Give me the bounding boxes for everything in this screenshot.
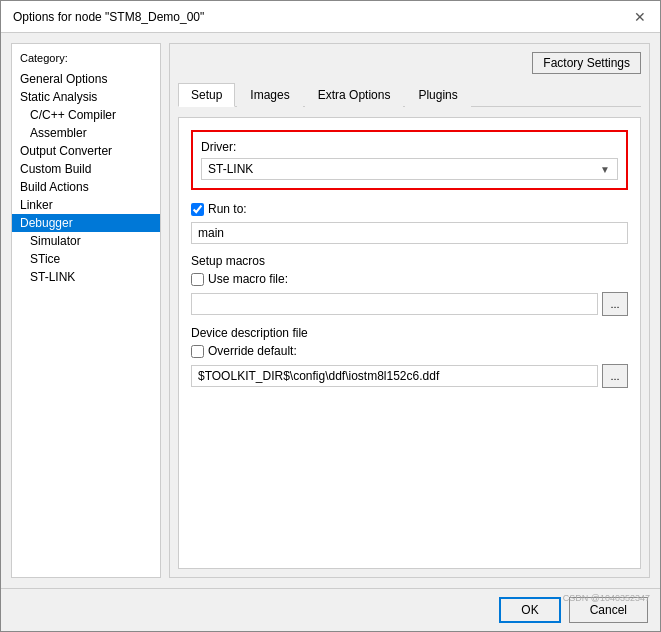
tab-images[interactable]: Images	[237, 83, 302, 107]
dialog-title: Options for node "STM8_Demo_00"	[13, 10, 204, 24]
sidebar-item-custom-build[interactable]: Custom Build	[12, 160, 160, 178]
title-bar: Options for node "STM8_Demo_00" ✕	[1, 1, 660, 33]
sidebar-item-stice[interactable]: STice	[12, 250, 160, 268]
run-to-checkbox[interactable]	[191, 203, 204, 216]
sidebar: Category: General OptionsStatic Analysis…	[11, 43, 161, 578]
tab-extra-options[interactable]: Extra Options	[305, 83, 404, 107]
use-macro-file-checkbox[interactable]	[191, 273, 204, 286]
tab-setup[interactable]: Setup	[178, 83, 235, 107]
macro-browse-button[interactable]: ...	[602, 292, 628, 316]
device-desc-browse-button[interactable]: ...	[602, 364, 628, 388]
device-desc-input[interactable]	[191, 365, 598, 387]
dialog-window: Options for node "STM8_Demo_00" ✕ Catego…	[0, 0, 661, 632]
driver-select[interactable]: ST-LINK	[201, 158, 618, 180]
sidebar-item-build-actions[interactable]: Build Actions	[12, 178, 160, 196]
sidebar-item-output-converter[interactable]: Output Converter	[12, 142, 160, 160]
sidebar-item-st-link[interactable]: ST-LINK	[12, 268, 160, 286]
macro-file-input[interactable]	[191, 293, 598, 315]
ok-button[interactable]: OK	[499, 597, 560, 623]
device-desc-group: Device description file Override default…	[191, 326, 628, 388]
run-to-label: Run to:	[208, 202, 247, 216]
factory-settings-button[interactable]: Factory Settings	[532, 52, 641, 74]
sidebar-item-cpp-compiler[interactable]: C/C++ Compiler	[12, 106, 160, 124]
tab-plugins[interactable]: Plugins	[405, 83, 470, 107]
sidebar-item-general-options[interactable]: General Options	[12, 70, 160, 88]
sidebar-item-debugger[interactable]: Debugger	[12, 214, 160, 232]
driver-section: Driver: ST-LINK	[191, 130, 628, 190]
override-default-row: Override default:	[191, 344, 628, 358]
sidebar-item-linker[interactable]: Linker	[12, 196, 160, 214]
top-bar: Factory Settings	[178, 52, 641, 74]
driver-label: Driver:	[201, 140, 618, 154]
sidebar-item-static-analysis[interactable]: Static Analysis	[12, 88, 160, 106]
use-macro-file-row: Use macro file:	[191, 272, 628, 286]
tabs-bar: SetupImagesExtra OptionsPlugins	[178, 82, 641, 107]
main-panel: Factory Settings SetupImagesExtra Option…	[169, 43, 650, 578]
close-button[interactable]: ✕	[632, 9, 648, 25]
override-default-label: Override default:	[208, 344, 297, 358]
run-to-row: Run to:	[191, 202, 628, 216]
device-desc-label: Device description file	[191, 326, 628, 340]
category-label: Category:	[12, 48, 160, 70]
setup-macros-label: Setup macros	[191, 254, 628, 268]
driver-select-wrapper: ST-LINK	[201, 158, 618, 180]
macro-file-input-row: ...	[191, 292, 628, 316]
device-desc-input-row: ...	[191, 364, 628, 388]
content-area: Driver: ST-LINK Run to: Setup macros	[178, 117, 641, 569]
use-macro-file-label: Use macro file:	[208, 272, 288, 286]
run-to-input[interactable]	[191, 222, 628, 244]
setup-macros-group: Setup macros Use macro file: ...	[191, 254, 628, 316]
override-default-checkbox[interactable]	[191, 345, 204, 358]
dialog-body: Category: General OptionsStatic Analysis…	[1, 33, 660, 588]
sidebar-item-simulator[interactable]: Simulator	[12, 232, 160, 250]
dialog-footer: OK Cancel	[1, 588, 660, 631]
sidebar-item-assembler[interactable]: Assembler	[12, 124, 160, 142]
watermark: CSDN @1040352347	[563, 593, 650, 603]
